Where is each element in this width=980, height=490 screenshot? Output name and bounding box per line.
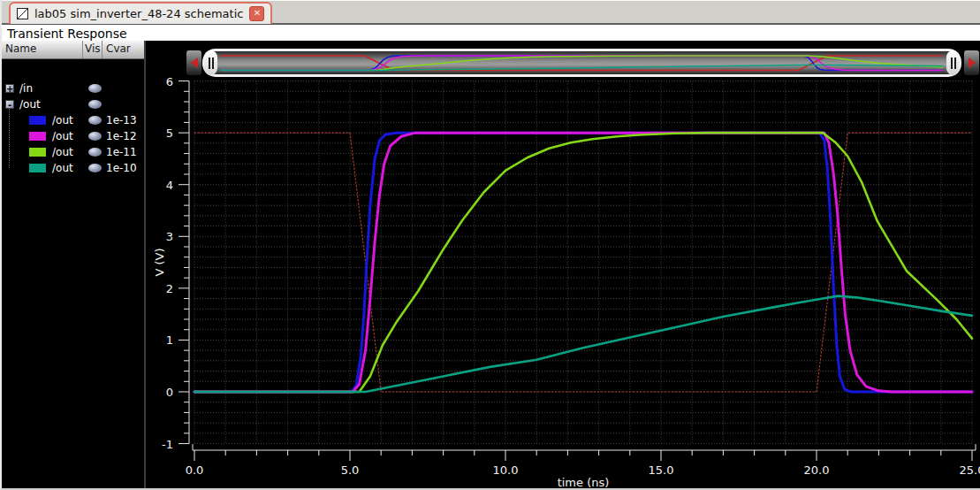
svg-text:3: 3 <box>166 230 173 243</box>
collapse-icon[interactable]: - <box>5 100 14 109</box>
cvar-value: 1e-11 <box>106 146 137 158</box>
eye-icon[interactable] <box>88 100 102 109</box>
scroll-right-button[interactable] <box>964 50 979 75</box>
signal-label: /out <box>52 162 73 174</box>
svg-text:0: 0 <box>166 386 173 399</box>
column-cvar[interactable]: Cvar <box>103 41 144 58</box>
signal-label: /out <box>52 114 73 126</box>
signal-label: /in <box>19 82 33 95</box>
schematic-icon <box>17 8 28 19</box>
overview-scrollbar[interactable] <box>202 49 961 77</box>
eye-icon[interactable] <box>88 148 102 157</box>
eye-icon[interactable] <box>88 116 102 125</box>
svg-text:0.0: 0.0 <box>186 463 204 477</box>
column-name[interactable]: Name <box>2 41 83 58</box>
page-title: Transient Response <box>2 26 127 42</box>
svg-text:1: 1 <box>166 333 173 347</box>
svg-text:15.0: 15.0 <box>649 463 674 477</box>
color-swatch <box>29 148 46 157</box>
expand-icon[interactable]: + <box>5 84 14 93</box>
svg-text:time (ns): time (ns) <box>558 476 610 489</box>
signal-label: /out <box>52 130 73 142</box>
svg-text:10.0: 10.0 <box>493 463 519 477</box>
svg-text:6: 6 <box>166 75 173 88</box>
scroll-right-icon <box>969 57 976 68</box>
tree-children: /out 1e-13 /out 1e-12 /out 1e-11 /out 1e… <box>2 112 144 176</box>
svg-text:-1: -1 <box>162 438 173 451</box>
eye-icon[interactable] <box>88 132 102 141</box>
close-icon[interactable]: ✕ <box>249 6 264 21</box>
waveform-chart[interactable]: -10123456V (V)0.05.010.015.020.025.0time… <box>146 41 980 490</box>
tree-row-out-child[interactable]: /out 1e-11 <box>2 144 144 160</box>
tab-title: lab05 sim_inverter_48-24 schematic <box>34 7 243 20</box>
eye-icon[interactable] <box>88 84 102 93</box>
scroll-left-button[interactable] <box>186 50 201 75</box>
color-swatch <box>29 116 46 125</box>
tree-row-out-child[interactable]: /out 1e-10 <box>2 160 144 176</box>
plot-title-bar: Transient Response <box>2 24 980 41</box>
svg-text:5: 5 <box>166 126 173 140</box>
tree-row-in[interactable]: + /in <box>2 80 144 96</box>
color-swatch <box>29 164 46 172</box>
svg-text:2: 2 <box>166 282 173 295</box>
svg-text:4: 4 <box>166 179 173 192</box>
scroll-handle-right[interactable] <box>946 50 960 75</box>
tree-row-out-child[interactable]: /out 1e-12 <box>2 128 144 144</box>
tab-bar: lab05 sim_inverter_48-24 schematic ✕ <box>2 0 980 24</box>
tab-sim-inverter[interactable]: lab05 sim_inverter_48-24 schematic ✕ <box>9 2 272 24</box>
svg-text:5.0: 5.0 <box>341 463 360 477</box>
signal-tree-panel: Name Vis Cvar + /in - /out /out 1e-13 <box>2 41 146 490</box>
signal-tree: + /in - /out /out 1e-13 /out 1e-12 <box>2 59 144 176</box>
plot-area: -10123456V (V)0.05.010.015.020.025.0time… <box>146 41 980 490</box>
svg-text:V (V): V (V) <box>153 249 166 277</box>
column-vis[interactable]: Vis <box>83 41 103 58</box>
scroll-handle-left[interactable] <box>204 50 217 75</box>
cvar-value: 1e-10 <box>106 162 137 174</box>
waveform-viewer-window: lab05 sim_inverter_48-24 schematic ✕ Tra… <box>0 0 980 490</box>
svg-text:25.0: 25.0 <box>960 463 980 477</box>
cvar-value: 1e-12 <box>106 130 137 142</box>
scroll-left-icon <box>191 57 198 68</box>
cvar-value: 1e-13 <box>106 114 137 126</box>
color-swatch <box>29 132 46 141</box>
tree-header: Name Vis Cvar <box>2 41 144 59</box>
signal-label: /out <box>19 98 41 111</box>
overview-waveforms <box>220 52 943 73</box>
svg-text:20.0: 20.0 <box>804 463 830 477</box>
tree-row-out[interactable]: - /out <box>2 96 144 112</box>
eye-icon[interactable] <box>88 164 102 172</box>
tree-row-out-child[interactable]: /out 1e-13 <box>2 112 144 128</box>
signal-label: /out <box>52 146 73 158</box>
